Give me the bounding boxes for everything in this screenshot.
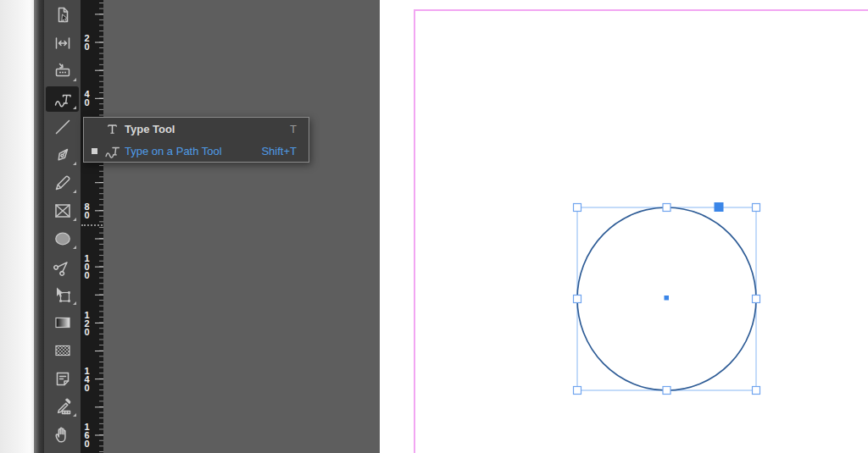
selection-handle[interactable] <box>574 204 581 212</box>
selection-handle[interactable] <box>753 387 760 395</box>
indesign-workspace: 20406080100120140160 Type ToolTType on a… <box>0 0 868 453</box>
type-tool-icon <box>100 121 125 137</box>
current-tool-marker <box>89 126 100 132</box>
selection-handle[interactable] <box>663 387 670 395</box>
selection-handle[interactable] <box>753 296 760 303</box>
selection-overlay <box>0 0 868 453</box>
type-on-a-path-icon <box>100 142 125 160</box>
menu-item-shortcut: Shift+T <box>253 145 297 157</box>
selection-handle[interactable] <box>663 204 670 212</box>
shape-center-point[interactable] <box>665 296 670 301</box>
menu-item-type-on-a-path-tool[interactable]: Type on a Path ToolShift+T <box>84 140 309 162</box>
menu-item-label: Type on a Path Tool <box>125 145 222 157</box>
menu-item-label: Type Tool <box>125 123 175 135</box>
selection-handle[interactable] <box>753 204 760 212</box>
current-tool-marker <box>89 148 100 154</box>
menu-item-shortcut: T <box>281 123 297 135</box>
selected-anchor-handle[interactable] <box>715 202 724 212</box>
selection-handle[interactable] <box>574 296 581 303</box>
type-tool-flyout-menu: Type ToolTType on a Path ToolShift+T <box>83 117 309 163</box>
menu-item-type-tool[interactable]: Type ToolT <box>84 118 309 140</box>
selection-handle[interactable] <box>574 387 581 395</box>
